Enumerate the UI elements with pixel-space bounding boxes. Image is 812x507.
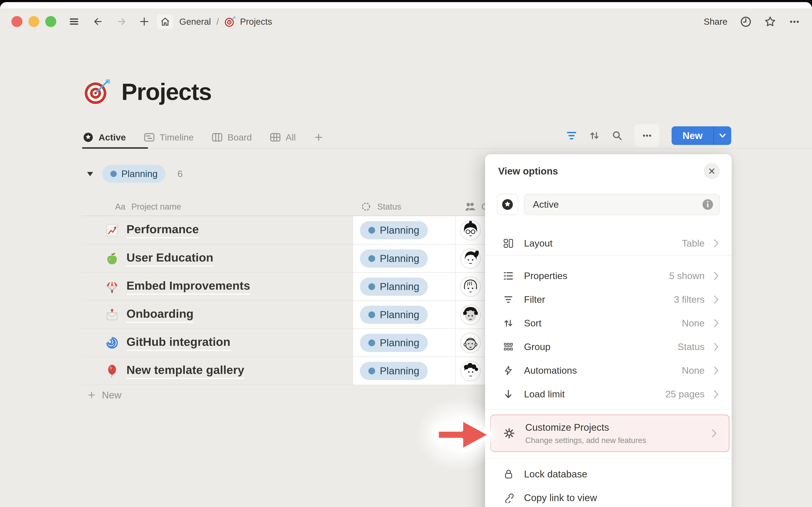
back-icon[interactable] bbox=[93, 16, 103, 26]
sidebar-menu-icon[interactable] bbox=[69, 16, 79, 26]
search-icon[interactable] bbox=[612, 130, 622, 141]
page-title-text[interactable]: Projects bbox=[121, 78, 211, 105]
action-label: Copy link to view bbox=[524, 492, 597, 503]
table-row[interactable]: New template gallery Planning bbox=[82, 356, 520, 385]
tab-label: Timeline bbox=[160, 132, 194, 143]
cell-status[interactable]: Planning bbox=[353, 357, 455, 385]
panel-divider bbox=[485, 458, 732, 458]
table-row[interactable]: Performance Planning bbox=[82, 216, 520, 244]
projects-table: Aa Project name Status bbox=[82, 198, 520, 405]
home-button[interactable] bbox=[157, 14, 173, 29]
table-body: Performance Planning User Education bbox=[82, 216, 520, 385]
view-icon-button[interactable] bbox=[497, 194, 518, 215]
cell-status[interactable]: Planning bbox=[353, 329, 455, 356]
panel-row-label: Layout bbox=[524, 238, 553, 249]
chevron-right-icon bbox=[713, 342, 720, 351]
panel-row-value: 3 filters bbox=[674, 294, 705, 305]
parachute-icon bbox=[105, 280, 119, 293]
target-icon[interactable] bbox=[84, 79, 110, 105]
favorite-star-icon[interactable] bbox=[764, 16, 776, 28]
chart-increasing-icon bbox=[105, 224, 119, 237]
chevron-right-icon bbox=[713, 272, 720, 280]
customize-subtitle: Change settings, add new features bbox=[525, 436, 711, 445]
sort-icon[interactable] bbox=[589, 130, 600, 141]
cell-status[interactable]: Planning bbox=[353, 273, 455, 300]
lock-database-button[interactable]: Lock database bbox=[485, 462, 732, 486]
text-property-icon: Aa bbox=[115, 202, 125, 212]
add-view-button[interactable] bbox=[314, 133, 323, 142]
app-window: General / Projects Share bbox=[0, 2, 812, 507]
tab-timeline[interactable]: Timeline bbox=[144, 132, 194, 143]
tab-board[interactable]: Board bbox=[212, 132, 252, 143]
panel-row-load-limit[interactable]: Load limit 25 pages bbox=[485, 382, 732, 406]
cell-status[interactable]: Planning bbox=[353, 245, 455, 272]
chevron-down-icon bbox=[719, 132, 726, 139]
close-panel-button[interactable] bbox=[704, 163, 720, 179]
collapse-triangle-icon[interactable] bbox=[87, 171, 94, 177]
ellipsis-icon bbox=[642, 130, 652, 141]
cell-project-name[interactable]: GitHub integration bbox=[82, 329, 353, 356]
minimize-window-button[interactable] bbox=[28, 16, 39, 27]
table-row[interactable]: Embed Improvements Planning bbox=[82, 272, 520, 300]
customize-projects-button[interactable]: Customize Projects Change settings, add … bbox=[490, 414, 729, 452]
info-icon[interactable] bbox=[702, 199, 713, 210]
layout-icon bbox=[503, 238, 513, 248]
panel-row-properties[interactable]: Properties 5 shown bbox=[485, 264, 732, 288]
status-dot bbox=[368, 339, 375, 346]
cyclone-icon bbox=[105, 336, 119, 350]
cell-project-name[interactable]: User Education bbox=[82, 245, 353, 272]
panel-row-layout[interactable]: Layout Table bbox=[485, 231, 732, 255]
group-count: 6 bbox=[177, 169, 183, 179]
table-row[interactable]: User Education Planning bbox=[82, 244, 520, 272]
view-name-row: Active bbox=[497, 194, 720, 215]
history-clock-icon[interactable] bbox=[740, 16, 752, 27]
panel-row-value: None bbox=[682, 318, 705, 329]
cell-status[interactable]: Planning bbox=[353, 301, 455, 329]
copy-link-to-view-button[interactable]: Copy link to view bbox=[485, 486, 732, 507]
view-name-input[interactable]: Active bbox=[524, 194, 720, 215]
tab-active[interactable]: Active bbox=[83, 132, 126, 143]
share-button[interactable]: Share bbox=[704, 17, 727, 27]
more-options-icon[interactable] bbox=[789, 16, 800, 27]
column-header-project-name[interactable]: Aa Project name bbox=[82, 202, 353, 212]
arrow-down-icon bbox=[503, 389, 513, 399]
close-window-button[interactable] bbox=[11, 16, 22, 27]
cell-status[interactable]: Planning bbox=[353, 216, 455, 244]
customize-texts: Customize Projects Change settings, add … bbox=[525, 421, 711, 445]
panel-row-automations[interactable]: Automations None bbox=[485, 359, 732, 382]
chevron-right-icon bbox=[713, 239, 720, 248]
forward-icon[interactable] bbox=[117, 16, 127, 26]
breadcrumb-root[interactable]: General bbox=[179, 17, 211, 27]
table-row[interactable]: Onboarding Planning bbox=[82, 300, 520, 329]
new-button[interactable]: New bbox=[672, 126, 731, 145]
project-name: New template gallery bbox=[126, 363, 244, 379]
table-row[interactable]: GitHub integration Planning bbox=[82, 329, 520, 356]
group-status-badge[interactable]: Planning bbox=[102, 165, 165, 183]
panel-row-group[interactable]: Group Status bbox=[485, 335, 732, 359]
cell-project-name[interactable]: Performance bbox=[82, 216, 353, 244]
new-button-label[interactable]: New bbox=[672, 126, 713, 145]
avatar bbox=[460, 304, 481, 325]
view-settings-button[interactable] bbox=[635, 124, 659, 147]
project-name: Performance bbox=[126, 222, 199, 238]
new-page-icon[interactable] bbox=[139, 16, 149, 26]
panel-row-value: 25 pages bbox=[665, 389, 705, 400]
new-button-dropdown[interactable] bbox=[714, 126, 731, 145]
avatar bbox=[460, 360, 481, 382]
tab-all[interactable]: All bbox=[270, 132, 296, 143]
cell-project-name[interactable]: Onboarding bbox=[82, 301, 353, 329]
status-label: Planning bbox=[380, 365, 419, 377]
panel-row-filter[interactable]: Filter 3 filters bbox=[485, 288, 732, 312]
chevron-right-icon bbox=[713, 295, 720, 304]
zoom-window-button[interactable] bbox=[45, 16, 56, 27]
panel-row-sort[interactable]: Sort None bbox=[485, 312, 732, 335]
panel-row-label: Sort bbox=[524, 318, 542, 329]
cell-project-name[interactable]: Embed Improvements bbox=[82, 273, 353, 300]
active-tab-underline bbox=[82, 147, 148, 149]
column-header-status[interactable]: Status bbox=[353, 202, 455, 212]
filter-icon[interactable] bbox=[566, 130, 577, 141]
topbar: General / Projects Share bbox=[0, 8, 812, 35]
cell-project-name[interactable]: New template gallery bbox=[82, 357, 353, 385]
person-property-icon bbox=[465, 202, 476, 212]
breadcrumb-page[interactable]: Projects bbox=[240, 17, 272, 27]
